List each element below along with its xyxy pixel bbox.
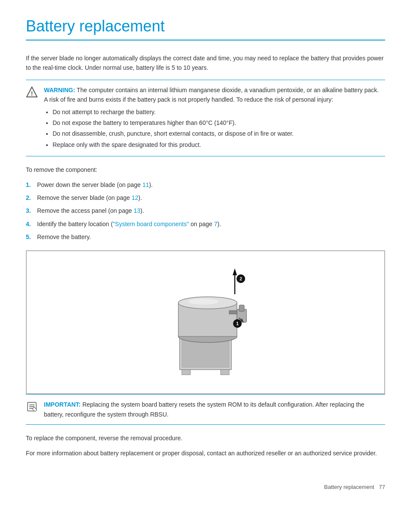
warning-bullet-2: Do not expose the battery to temperature… <box>53 118 380 128</box>
warning-bullets: Do not attempt to recharge the battery. … <box>53 107 380 150</box>
page-footer: Battery replacement 77 <box>26 484 385 490</box>
page-title: Battery replacement <box>26 17 385 40</box>
svg-text:2: 2 <box>240 276 242 281</box>
step-2-num: 2. <box>26 193 34 202</box>
footer-title: Battery replacement <box>324 484 374 490</box>
footer-page-num: 77 <box>379 484 385 490</box>
step-5-text: Remove the battery. <box>37 232 91 242</box>
intro-paragraph: If the server blade no longer automatica… <box>26 53 385 73</box>
svg-text:!: ! <box>31 90 33 97</box>
warning-bullet-4: Replace only with the spare designated f… <box>53 140 380 149</box>
important-icon <box>26 401 38 414</box>
step-1-text: Power down the server blade (on page 11)… <box>37 180 153 190</box>
step-3-text: Remove the access panel (on page 13). <box>37 206 144 215</box>
warning-label: WARNING: <box>44 87 75 93</box>
battery-image-wrapper: 1 2 <box>26 250 385 394</box>
replace-paragraph: To replace the component, reverse the re… <box>26 433 385 443</box>
warning-bullet-1: Do not attempt to recharge the battery. <box>53 107 380 117</box>
step-5-num: 5. <box>26 232 34 242</box>
warning-content: WARNING: The computer contains an intern… <box>44 85 380 151</box>
svg-point-9 <box>188 299 218 305</box>
step-4-num: 4. <box>26 219 34 229</box>
svg-marker-18 <box>233 268 237 275</box>
step-1-num: 1. <box>26 180 34 190</box>
important-text: Replacing the system board battery reset… <box>44 401 364 417</box>
step-4-text: Identify the battery location ("System b… <box>37 219 221 229</box>
important-box: IMPORTANT: Replacing the system board ba… <box>26 394 385 425</box>
step-1: 1. Power down the server blade (on page … <box>26 180 385 190</box>
important-content: IMPORTANT: Replacing the system board ba… <box>44 400 380 419</box>
step-3-link[interactable]: 13 <box>134 207 140 214</box>
step-4-page-link[interactable]: 7 <box>214 221 218 227</box>
step-3-num: 3. <box>26 206 34 215</box>
warning-bullet-3: Do not disassemble, crush, puncture, sho… <box>53 129 380 138</box>
svg-rect-12 <box>229 311 237 314</box>
svg-rect-4 <box>182 370 190 375</box>
svg-rect-11 <box>239 305 244 311</box>
step-3: 3. Remove the access panel (on page 13). <box>26 206 385 215</box>
footer-label: Battery replacement 77 <box>324 484 385 490</box>
svg-text:1: 1 <box>236 321 239 326</box>
battery-image-box: 1 2 <box>26 251 385 394</box>
step-2: 2. Remove the server blade (on page 12). <box>26 193 385 202</box>
warning-icon: ! <box>26 86 38 100</box>
steps-list: 1. Power down the server blade (on page … <box>26 180 385 242</box>
step-2-text: Remove the server blade (on page 12). <box>37 193 142 202</box>
step-4-link[interactable]: "System board components" <box>113 221 189 227</box>
step-5: 5. Remove the battery. <box>26 232 385 242</box>
warning-text: The computer contains an internal lithiu… <box>44 87 379 103</box>
important-label: IMPORTANT: <box>44 401 81 408</box>
to-remove-label: To remove the component: <box>26 165 385 174</box>
battery-diagram: 1 2 <box>132 260 279 385</box>
warning-box: ! WARNING: The computer contains an inte… <box>26 80 385 156</box>
svg-rect-5 <box>221 370 229 375</box>
more-info-paragraph: For more information about battery repla… <box>26 448 385 458</box>
step-1-link[interactable]: 11 <box>142 181 149 188</box>
step-2-link[interactable]: 12 <box>131 194 138 201</box>
step-4: 4. Identify the battery location ("Syste… <box>26 219 385 229</box>
